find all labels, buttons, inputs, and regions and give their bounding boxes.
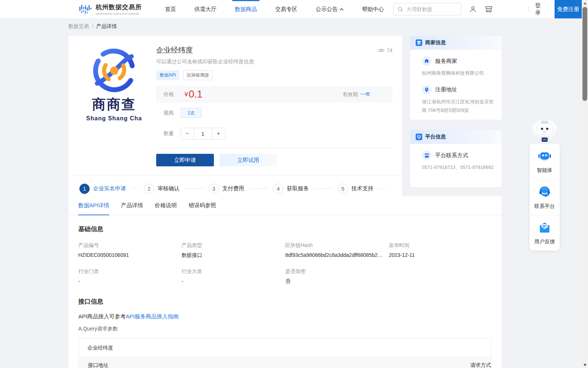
nav-item[interactable]: 供需大厅 <box>185 0 226 18</box>
header: 杭州数据交易所 HANGZHOU DATA EXCHANGE 首页 供需大厅 数… <box>0 0 582 18</box>
step-label: 技术支持 <box>351 185 373 192</box>
step-number: 1 <box>79 184 90 194</box>
merchant-info-item: 注册地址 浙江省杭州市滨江区长河街道滨安路 756号B区5层509室 <box>416 85 496 115</box>
scrollbar-thumb[interactable] <box>582 7 587 101</box>
tag-row: 数据API 区块链溯源 <box>156 70 392 80</box>
trial-now-button[interactable]: 立即试用 <box>219 154 277 166</box>
process-step: 5 技术支持 <box>338 184 391 194</box>
info-item-icon <box>422 85 431 95</box>
user-icon[interactable] <box>469 6 477 13</box>
quantity-label: 数量 <box>164 130 180 137</box>
validity-value[interactable]: 一年 <box>360 91 370 98</box>
search-input[interactable] <box>406 6 457 13</box>
assistant-menu-item[interactable]: 智能体 <box>530 144 560 180</box>
process-step: 4 获取服务 <box>273 184 338 194</box>
page: 杭州数据交易所 HANGZHOU DATA EXCHANGE 首页 供需大厅 数… <box>0 0 588 368</box>
spec-label: 规格 <box>164 110 180 116</box>
api-box: 企业经纬度 接口地址 请求方式 https://www.hzdex.cn/api… <box>78 338 492 368</box>
chevron-up-icon <box>340 8 344 11</box>
api-guide-link[interactable]: API服务商品接入指南 <box>126 313 179 319</box>
scroll-up-arrow[interactable] <box>582 0 588 6</box>
nav-item[interactable]: 交易专区 <box>266 0 306 18</box>
info-item-icon <box>422 151 431 160</box>
brand-subtitle: HANGZHOU DATA EXCHANGE <box>96 12 142 15</box>
step-connector <box>250 188 268 189</box>
platform-badge-icon <box>416 134 422 140</box>
info-field: 行业门类 - <box>78 268 182 285</box>
shangshangcha-logo-icon <box>92 48 137 93</box>
spec-option-button[interactable]: 1次 <box>180 108 202 118</box>
product-title: 企业经纬度 <box>156 45 193 55</box>
merchant-panel-header: 商家信息 <box>410 36 502 50</box>
step-label: 企业实名申请 <box>93 185 126 192</box>
waveform-logo-icon <box>79 2 92 16</box>
basic-info-title: 基础信息 <box>78 225 492 233</box>
nav-item[interactable]: 帮助中心 <box>353 0 393 18</box>
detail-tab[interactable]: 错误码参照 <box>189 196 216 215</box>
login-link[interactable]: 登录 <box>535 2 545 16</box>
product-tag: 区块链溯源 <box>183 70 212 80</box>
quantity-decrease-button[interactable]: − <box>181 128 194 139</box>
dashed-divider <box>156 148 392 148</box>
info-field: 发布时间 2023-12-11 <box>389 242 492 259</box>
scroll-down-arrow[interactable] <box>582 362 588 368</box>
step-number: 5 <box>338 184 348 194</box>
api-info-title: 接口信息 <box>78 297 492 306</box>
quantity-increase-button[interactable]: + <box>212 128 225 139</box>
product-tag: 数据API <box>156 70 179 80</box>
breadcrumb-root[interactable]: 数据交易 <box>68 23 89 30</box>
detail-tab[interactable]: 数据API详情 <box>78 196 109 215</box>
detail-tabs: 数据API详情 产品详情 价格说明 错误码参照 <box>68 196 502 215</box>
platform-info-item: 平台联系方式 0571-87918713、0571-87918692 <box>416 151 496 172</box>
currency-symbol: ¥ <box>184 91 188 98</box>
info-field: 是否加密 否 <box>285 268 389 285</box>
assistant-item-icon <box>538 222 551 235</box>
nav-item[interactable]: 数据商品 <box>226 0 266 18</box>
detail-card: 数据API详情 产品详情 价格说明 错误码参照 基础信息 产品编号 HZIDEC… <box>68 196 502 368</box>
merchant-info-item: 服务商家 杭州商商查网络科技有限公司 <box>416 56 496 78</box>
platform-info-panel: 平台信息 平台联系方式 0571-87918713、0571-87918692 <box>410 130 502 187</box>
api-table-header: 接口地址 请求方式 <box>79 357 491 368</box>
price-label: 价格 <box>164 91 174 98</box>
step-number: 4 <box>273 184 283 194</box>
apply-now-button[interactable]: 立即申请 <box>156 154 214 166</box>
step-connector <box>131 188 139 189</box>
info-field: 区块链Hash 8df93c5a98066bd2c8a3dda2dff68085… <box>285 242 389 259</box>
product-card: 商商查 Shang Shang Cha 企业经纬度 74 可以通过公司名称或ID… <box>68 36 402 202</box>
info-item-icon <box>422 56 431 66</box>
info-field: 产品类型 数据接口 <box>182 242 285 259</box>
detail-tab[interactable]: 价格说明 <box>155 196 177 215</box>
step-connector <box>185 188 204 189</box>
merchant-badge-icon <box>416 39 422 46</box>
assistant-menu-item[interactable]: 联系平台 <box>530 180 560 216</box>
price-bar: 价格 ¥ 0.1 有效期 一年 <box>156 86 392 103</box>
nav-item[interactable]: 公示公告 <box>306 0 353 18</box>
scrollbar[interactable] <box>582 0 588 368</box>
detail-tab[interactable]: 产品详情 <box>121 196 143 215</box>
nav-item[interactable]: 首页 <box>156 0 185 18</box>
table-column-header: 请求方式 <box>470 362 491 368</box>
store-icon[interactable] <box>485 6 493 13</box>
logo-subtext: Shang Shang Cha <box>86 115 142 122</box>
api-box-title: 企业经纬度 <box>79 338 491 357</box>
register-button[interactable]: 免费注册 <box>555 0 582 18</box>
merchant-info-panel: 商家信息 服务商家 杭州商商查网络科技有限公司 注册地址 浙江省杭州市 <box>410 36 502 120</box>
info-field: 行业大类 - <box>182 268 285 285</box>
brand-logo[interactable]: 杭州数据交易所 HANGZHOU DATA EXCHANGE <box>79 2 142 16</box>
view-count: 74 <box>378 47 392 53</box>
platform-panel-header: 平台信息 <box>410 130 502 144</box>
breadcrumb: 数据交易 / 产品详情 <box>68 23 117 30</box>
api-note: API商品接入可参考API服务商品接入指南 <box>78 313 492 320</box>
breadcrumb-current: 产品详情 <box>96 23 117 30</box>
assistant-menu-item[interactable]: 用户反馈 <box>530 216 560 251</box>
main-nav: 首页 供需大厅 数据商品 交易专区 <box>156 0 393 18</box>
quantity-value[interactable]: 1 <box>194 128 212 139</box>
step-connector <box>379 188 386 189</box>
product-description: 可以通过公司名称或ID获取企业经纬度信息 <box>156 59 392 65</box>
robot-mascot[interactable] <box>530 118 559 146</box>
step-label: 获取服务 <box>287 185 309 192</box>
price-value: 0.1 <box>189 89 202 99</box>
search-box[interactable] <box>393 3 461 15</box>
search-icon <box>397 6 403 12</box>
process-step: 3 支付费用 <box>209 184 273 194</box>
